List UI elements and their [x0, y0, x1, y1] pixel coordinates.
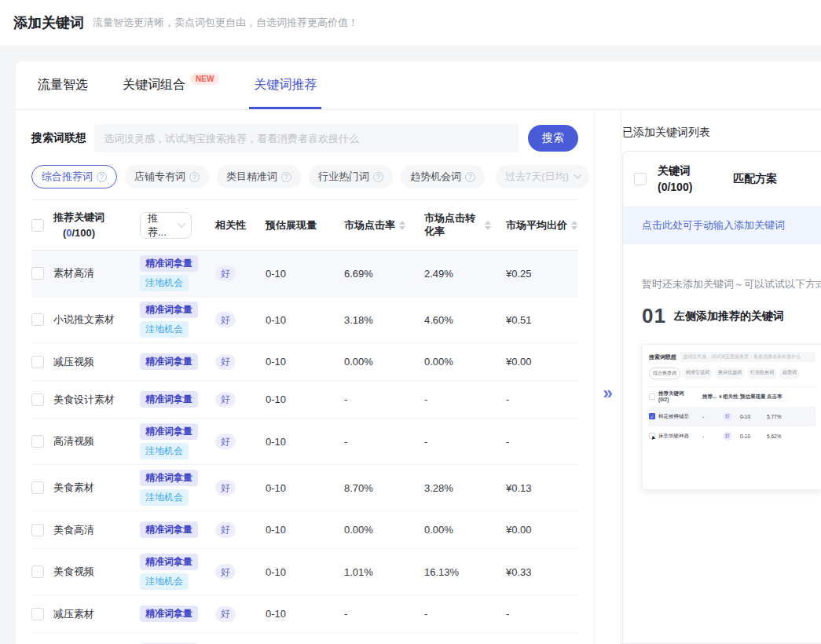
help-icon[interactable]: ? [97, 172, 107, 182]
row-checkbox[interactable] [31, 608, 44, 620]
ctr-cell: 1.01% [344, 566, 424, 578]
chevron-down-icon [178, 219, 185, 227]
empty-state-steps: 01 左侧添加推荐的关键词 02 右侧 [642, 304, 821, 328]
tab-traffic-smart[interactable]: 流量智选 [38, 61, 88, 109]
bid-cell: ¥0.25 [506, 268, 581, 280]
relevance-badge: 好 [215, 392, 236, 408]
keyword-cell: 小说推文素材 [53, 313, 140, 327]
table-body: 素材高清 精准词拿量 洼地机会 好 0-10 6.69% 2.49% ¥0.25… [31, 251, 578, 644]
table-row[interactable]: 小说推文素材 精准词拿量 洼地机会 好 0-10 3.18% 4.60% ¥0.… [31, 297, 578, 343]
step-1-number: 01 [642, 304, 666, 328]
page-title: 添加关键词 [13, 13, 84, 32]
col-header-bid[interactable]: 市场平均出价 [506, 218, 581, 232]
tab-keyword-recommend[interactable]: 关键词推荐 [254, 61, 317, 109]
row-checkbox[interactable] [31, 356, 44, 368]
row-checkbox[interactable] [31, 393, 44, 406]
sort-icon[interactable] [571, 221, 577, 230]
relevance-badge: 好 [215, 522, 236, 538]
ctr-cell: - [344, 393, 424, 405]
row-checkbox[interactable] [31, 435, 44, 448]
tag-list: 精准词拿量 洼地机会 [140, 470, 215, 506]
tag-list: 精准词拿量 [140, 391, 215, 408]
col-header-cvr[interactable]: 市场点击转化率 [424, 212, 506, 239]
sort-icon[interactable] [485, 221, 491, 230]
tag-lowland-opportunity-badge: 洼地机会 [140, 489, 189, 506]
impressions-cell: 0-10 [266, 566, 344, 578]
reason-filter-dropdown[interactable]: 推荐... [140, 212, 192, 239]
chip-category-precise[interactable]: 类目精准词 ? [217, 165, 301, 188]
impressions-cell: 0-10 [266, 268, 344, 280]
preview-checkbox [649, 393, 655, 400]
bid-cell: - [506, 436, 581, 448]
preview-chips: 综合推荐词 精准引流词 类目优选词 行业机会词 趋势词 [649, 368, 816, 379]
help-icon[interactable]: ? [189, 172, 200, 182]
impressions-cell: 0-10 [266, 524, 344, 536]
col-header-ctr[interactable]: 市场点击率 [344, 218, 424, 232]
search-button[interactable]: 搜索 [528, 125, 578, 152]
tag-list: 精准词拿量 [140, 606, 215, 622]
help-icon[interactable]: ? [373, 172, 383, 182]
tag-lowland-opportunity-badge: 洼地机会 [140, 573, 189, 590]
added-col-match-plan: 匹配方案 [733, 172, 777, 186]
relevance-badge: 好 [215, 312, 236, 327]
sort-icon[interactable] [399, 221, 405, 230]
cvr-cell: 16.13% [424, 566, 506, 578]
preview-search-input: 选词没灵感，试试淘宝搜索推荐，看看消费者喜欢搜什么 [680, 352, 816, 362]
tag-list: 精准词拿量 洼地机会 [140, 554, 215, 590]
time-range-select[interactable]: 过去7天(日均) [496, 165, 589, 188]
table-row[interactable]: 素材高清设计 精准词拿量 好 0-10 0.00% 0.00% ¥0.00 [31, 633, 578, 644]
help-icon[interactable]: ? [465, 172, 475, 182]
cvr-cell: 3.28% [424, 482, 506, 494]
table-row[interactable]: 高清视频 精准词拿量 洼地机会 好 0-10 - - - [31, 419, 578, 465]
tag-precise-volume-badge: 精准词拿量 [140, 353, 198, 370]
table-row[interactable]: 美食设计素材 精准词拿量 好 0-10 - - - [31, 381, 578, 419]
tab-keyword-combo[interactable]: 关键词组合 NEW [123, 61, 219, 109]
table-row[interactable]: 素材高清 精准词拿量 洼地机会 好 0-10 6.69% 2.49% ¥0.25 [31, 251, 578, 297]
chip-comprehensive[interactable]: 综合推荐词 ? [31, 165, 117, 188]
row-checkbox[interactable] [31, 481, 44, 494]
table-row[interactable]: 美食素材 精准词拿量 洼地机会 好 0-10 8.70% 3.28% ¥0.13 [31, 465, 578, 511]
tag-precise-volume-badge: 精准词拿量 [140, 391, 198, 408]
table-row[interactable]: 减压视频 精准词拿量 好 0-10 0.00% 0.00% ¥0.00 [31, 343, 578, 381]
cvr-cell: - [424, 393, 506, 405]
row-checkbox[interactable] [31, 267, 44, 280]
keyword-cell: 美食高清 [53, 523, 140, 537]
row-checkbox[interactable] [31, 565, 44, 578]
keyword-table: 推荐关键词 (0/100) 推荐... 相关性 预估展现量 市场点击率 [31, 199, 578, 644]
tag-precise-volume-badge: 精准词拿量 [140, 470, 198, 486]
preview-table-row: ✓ 棉花被褥铺垫 - 好 0-10 5.77% [649, 407, 816, 426]
ctr-cell: 3.18% [344, 314, 424, 326]
bid-cell: - [506, 393, 581, 405]
chip-trend-opportunity[interactable]: 趋势机会词 ? [401, 165, 485, 188]
row-checkbox[interactable] [31, 524, 44, 536]
table-row[interactable]: 美食高清 精准词拿量 好 0-10 0.00% 0.00% ¥0.00 [31, 511, 578, 549]
added-keywords-panel: 已添加关键词列表 关键词 (0/100) 匹配方案 点击此处可手动输入添加关键词… [621, 110, 821, 644]
search-input[interactable] [94, 124, 519, 152]
select-all-checkbox[interactable] [31, 219, 44, 232]
added-keywords-card: 关键词 (0/100) 匹配方案 点击此处可手动输入添加关键词 暂时还未添加关键… [622, 151, 821, 644]
row-checkbox[interactable] [31, 313, 44, 326]
bid-cell: ¥0.13 [506, 482, 581, 494]
empty-state-hint: 暂时还未添加关键词～可以试试以下方式添加 [642, 277, 821, 291]
main-card: 流量智选 关键词组合 NEW 关键词推荐 搜索词联想 搜索 综合推荐词 ? [16, 61, 821, 644]
bid-cell: ¥0.00 [506, 524, 581, 536]
ctr-cell: 0.00% [344, 356, 424, 368]
tag-precise-volume-badge: 精准词拿量 [140, 423, 198, 440]
impressions-cell: 0-10 [266, 436, 344, 448]
help-icon[interactable]: ? [281, 172, 291, 182]
impressions-cell: 0-10 [266, 356, 344, 368]
page-background: 流量智选 关键词组合 NEW 关键词推荐 搜索词联想 搜索 综合推荐词 ? [0, 46, 821, 644]
added-select-all-checkbox[interactable] [634, 173, 647, 185]
manual-add-link[interactable]: 点击此处可手动输入添加关键词 [623, 207, 821, 244]
tag-precise-volume-badge: 精准词拿量 [140, 255, 198, 272]
table-row[interactable]: 减压素材 精准词拿量 好 0-10 - - - [31, 595, 578, 633]
table-row[interactable]: 美食视频 精准词拿量 洼地机会 好 0-10 1.01% 16.13% ¥0.3… [31, 549, 578, 595]
chip-shop-exclusive[interactable]: 店铺专有词 ? [125, 165, 209, 188]
chip-industry-hot[interactable]: 行业热门词 ? [309, 165, 393, 188]
col-header-keyword: 推荐关键词 (0/100) [53, 210, 104, 240]
relevance-badge: 好 [215, 480, 236, 496]
relevance-badge: 好 [215, 606, 236, 622]
preview-table-row: ➤ 床垫加硬神器 - 好 0-10 5.62% [649, 426, 816, 446]
impressions-cell: 0-10 [266, 482, 344, 494]
collapse-panel-icon[interactable]: » [603, 385, 612, 644]
